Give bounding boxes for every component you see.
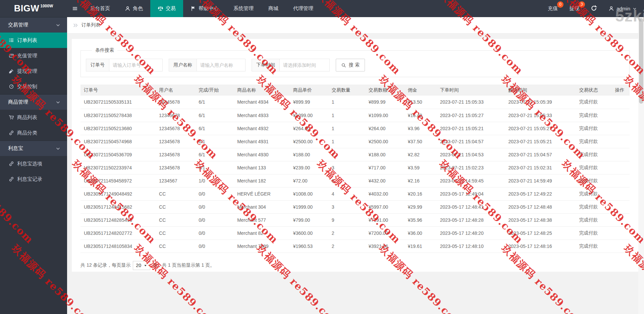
nav-item-label: 帮助中心 bbox=[199, 5, 219, 12]
cell-3: Merchant 4932 bbox=[234, 122, 290, 135]
cell-5: 4 bbox=[328, 187, 365, 200]
order-time-input[interactable] bbox=[279, 59, 330, 71]
cell-0: UB2305171248415682 bbox=[80, 200, 156, 213]
link-icon bbox=[9, 176, 14, 182]
sidebar-group-product-manage[interactable]: 商品管理 bbox=[0, 94, 67, 110]
scrollbar-thumb[interactable] bbox=[639, 18, 643, 104]
pagination: 共 12 条记录，每页显示 20 条，共 1 页当前显示第 1 页。 bbox=[80, 261, 630, 270]
table-header-row: 订单号用户名完成/开始商品名称商品单价交易数量交易数额佣金下单时间解冻时间交易状… bbox=[80, 85, 630, 96]
search-panel: 条件搜索 订单号 用户名称 下单时间 搜 索 bbox=[80, 47, 630, 77]
cell-4: ¥1999.00 bbox=[290, 200, 328, 213]
sidebar-item-lixibao-records[interactable]: 利息宝记录 bbox=[0, 171, 67, 187]
cell-6: ¥1099.00 bbox=[365, 109, 405, 122]
cell-2: 0/0 bbox=[195, 213, 234, 226]
cell-0: UB2305171248285416 bbox=[80, 213, 156, 226]
column-header: 商品名称 bbox=[234, 85, 290, 96]
order-no-input[interactable] bbox=[109, 59, 163, 71]
cell-4: ¥2500.00 bbox=[290, 135, 328, 148]
cell-10: 完成付款 bbox=[576, 122, 611, 135]
nav-item-help[interactable]: 帮助中心 bbox=[183, 0, 226, 17]
sidebar-item-withdraw-manage[interactable]: 提现管理 bbox=[0, 63, 67, 79]
link-icon bbox=[9, 130, 14, 136]
admin-menu[interactable]: admin bbox=[608, 6, 637, 11]
nav-item-role[interactable]: 角色 bbox=[117, 0, 150, 17]
cell-3: Merchant 82 bbox=[234, 226, 290, 240]
cell-4: ¥799.00 bbox=[290, 213, 328, 226]
cell-6: ¥7200.00 bbox=[365, 226, 405, 240]
caret-down-icon bbox=[144, 264, 147, 267]
sidebar-item-recharge-manage[interactable]: 充值管理 bbox=[0, 48, 67, 63]
sidebar-group-trade-manage[interactable]: 交易管理 bbox=[0, 17, 67, 33]
cell-11 bbox=[611, 226, 630, 240]
user-icon bbox=[608, 6, 614, 11]
page-size-select[interactable]: 20 bbox=[133, 261, 150, 270]
cell-5: 3 bbox=[328, 200, 365, 213]
cell-3: Merchant 7589 bbox=[234, 240, 290, 253]
cell-6: ¥7191.00 bbox=[365, 213, 405, 226]
withdraw-button[interactable]: 提现 0 bbox=[569, 5, 579, 12]
cell-5: 6 bbox=[328, 174, 365, 187]
username-input[interactable] bbox=[197, 59, 246, 71]
table-row: UB230721145945897212345671/0Merchant 182… bbox=[80, 174, 630, 187]
sidebar-group-lixibao[interactable]: 利息宝 bbox=[0, 141, 67, 156]
cell-2: 0/0 bbox=[195, 187, 234, 200]
cell-10: 完成付款 bbox=[576, 135, 611, 148]
cell-5: 1 bbox=[328, 135, 365, 148]
cell-9: 2023-07-21 15:05:27 bbox=[505, 122, 576, 135]
cell-11 bbox=[611, 200, 630, 213]
hamburger-button[interactable] bbox=[67, 0, 83, 17]
list-icon bbox=[9, 38, 14, 43]
cell-0: UB2307211505335131 bbox=[80, 96, 156, 109]
table-row: UB2307211502233974123456786/1Merchant 13… bbox=[80, 161, 630, 174]
sidebar-item-order-list[interactable]: 订单列表 bbox=[0, 33, 67, 48]
nav-item-agent[interactable]: 代理管理 bbox=[286, 0, 321, 17]
refresh-button[interactable] bbox=[591, 5, 597, 12]
app-logo-sup: 1000W bbox=[40, 4, 53, 8]
app-logo-text: BIGW bbox=[14, 3, 40, 14]
cell-9: 2023-07-21 15:05:21 bbox=[505, 135, 576, 148]
content-card: 条件搜索 订单号 用户名称 下单时间 搜 索 bbox=[72, 39, 638, 272]
cell-6: ¥899.99 bbox=[365, 96, 405, 109]
link-icon bbox=[9, 161, 14, 166]
orders-table: 订单号用户名完成/开始商品名称商品单价交易数量交易数额佣金下单时间解冻时间交易状… bbox=[80, 85, 630, 253]
recharge-button[interactable]: 充值 0 bbox=[548, 5, 558, 12]
cell-8: 2023-07-21 15:02:23 bbox=[437, 161, 505, 174]
sidebar-item-product-category[interactable]: 商品分类 bbox=[0, 125, 67, 141]
nav-item-system[interactable]: 系统管理 bbox=[226, 0, 261, 17]
nav-item-trade[interactable]: 交易 bbox=[150, 0, 183, 17]
cell-3: Merchant 133 bbox=[234, 161, 290, 174]
cell-3: HERVÉ LÉGER bbox=[234, 187, 290, 200]
nav-items: 后台首页角色交易帮助中心系统管理商城代理管理 bbox=[83, 0, 321, 17]
nav-item-home[interactable]: 后台首页 bbox=[83, 0, 117, 17]
sidebar-item-product-list[interactable]: 商品列表 bbox=[0, 110, 67, 125]
cell-9: 2023-05-17 12:48:38 bbox=[505, 213, 576, 226]
cell-6: ¥432.00 bbox=[365, 174, 405, 187]
cell-2: 6/1 bbox=[195, 109, 234, 122]
column-header: 解冻时间 bbox=[505, 85, 576, 96]
sidebar-item-lixibao-options[interactable]: 利息宝选项 bbox=[0, 156, 67, 171]
sidebar-item-trade-control[interactable]: 交易控制 bbox=[0, 79, 67, 94]
cell-1: 12345678 bbox=[156, 161, 195, 174]
cell-9: 2023-05-17 12:48:48 bbox=[505, 200, 576, 213]
cell-10: 完成付款 bbox=[576, 109, 611, 122]
cell-0: UB2305171248105834 bbox=[80, 240, 156, 253]
cell-2: 1/0 bbox=[195, 174, 234, 187]
cell-3: Merchant 577 bbox=[234, 213, 290, 226]
chevron-down-icon bbox=[633, 7, 637, 11]
cell-1: CC bbox=[156, 226, 195, 240]
cell-4: ¥188.00 bbox=[290, 148, 328, 161]
nav-item-mall[interactable]: 商城 bbox=[261, 0, 286, 17]
cell-7: ¥29.99 bbox=[405, 200, 437, 213]
search-button[interactable]: 搜 索 bbox=[336, 59, 365, 71]
column-header: 佣金 bbox=[405, 85, 437, 96]
search-button-label: 搜 索 bbox=[349, 62, 360, 68]
cell-9: 2023-05-17 12:48:16 bbox=[505, 240, 576, 253]
cell-7: ¥16.49 bbox=[405, 109, 437, 122]
hamburger-icon bbox=[72, 6, 78, 11]
cell-4: ¥1099.00 bbox=[290, 109, 328, 122]
app-logo: BIGW 1000W bbox=[0, 0, 67, 17]
cell-8: 2023-07-21 15:05:33 bbox=[437, 96, 505, 109]
cell-11 bbox=[611, 187, 630, 200]
column-header: 操作 bbox=[611, 85, 630, 96]
username-group: 用户名称 bbox=[169, 59, 246, 71]
